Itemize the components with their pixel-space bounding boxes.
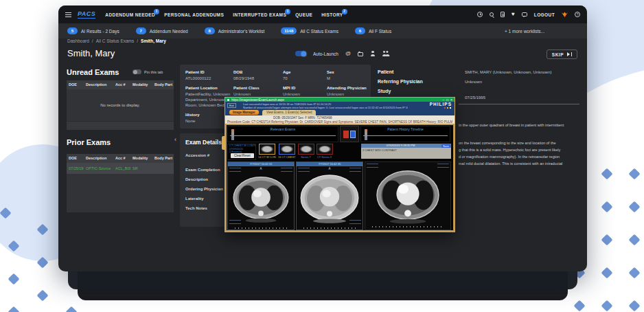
worklist-chip-ai-results[interactable]: 5 AI Results - 2 Days <box>67 27 119 34</box>
help-icon[interactable]: ? <box>575 12 580 17</box>
table-header: DOE Description Acc # Modality Body Part <box>67 80 174 89</box>
header-icons <box>444 107 452 109</box>
referring-physician-value: Unknown <box>465 80 482 84</box>
white-icon <box>450 107 452 109</box>
annotation-text <box>367 164 378 170</box>
scale-ruler <box>303 227 356 229</box>
skip-button[interactable]: SKIP <box>547 49 577 59</box>
age-value: 70 <box>283 76 325 81</box>
timeline-axis <box>363 135 448 136</box>
scale-ruler <box>235 227 287 229</box>
chip-count: 8 <box>205 27 215 34</box>
series-thumbnail[interactable]: 16 CT CHEST <box>278 144 296 159</box>
breadcrumb: Dashboard / All C Status Exams / Smith, … <box>67 38 166 43</box>
red-marker <box>343 131 349 138</box>
worklist-chip-administrators-worklist[interactable]: 8 Administrator's Worklist <box>205 27 265 34</box>
logout-button[interactable]: LOGOUT <box>534 12 555 17</box>
auto-launch-toggle[interactable] <box>295 51 306 56</box>
mpi-id-label: MPI ID <box>283 86 325 90</box>
thumbnail-image <box>298 144 314 155</box>
table-body <box>67 174 174 212</box>
collapse-panel-icon[interactable]: ‹ <box>174 136 176 143</box>
patient-label: Patient <box>378 69 393 74</box>
prior-exams-title: Prior Exams <box>67 138 111 146</box>
document-icon[interactable] <box>501 12 505 17</box>
patient-history-timeline-panel[interactable]: Patient History Timeline <box>360 126 450 142</box>
menu-item-queue[interactable]: QUEUE <box>295 12 312 17</box>
blue-marker <box>350 131 356 138</box>
menu-item-personal-addendums[interactable]: PERSONAL ADDENDUMS <box>164 12 224 17</box>
worklist-chip-all-c-status[interactable]: 1148 All C Status Exams <box>281 27 338 34</box>
save-button[interactable]: Save <box>441 144 450 148</box>
breadcrumb-dashboard[interactable]: Dashboard <box>67 38 89 43</box>
empty-state-text: No records to display. <box>67 89 174 121</box>
thumbnail-image <box>279 144 295 155</box>
annotation-text <box>281 168 292 174</box>
prior-exams-table: DOE Description Acc # Modality Body Part… <box>67 154 174 212</box>
exit-button[interactable]: Exit <box>227 103 236 108</box>
image-manager-button[interactable]: Image Manager <box>229 110 259 115</box>
prior-exam-row[interactable]: 07/25/1995 OPTIC-Source ACL_B08001 SR <box>67 163 174 174</box>
ct-axial-image <box>299 170 360 225</box>
menu-item-addendum-needed[interactable]: ADDENDUM NEEDED 1 <box>105 12 155 17</box>
annotation-text <box>298 168 310 174</box>
chip-count: 7 <box>136 27 146 34</box>
viewer-content: Relevant Exams Patient History Timeline … <box>225 124 455 232</box>
clear-reset-button[interactable]: Clear/Reset <box>231 153 254 158</box>
top-nav-bar: PACS ADDENDUM NEEDED 1 PERSONAL ADDENDUM… <box>58 5 587 23</box>
window-title: https://imageviewer/ExamLaunch.aspx <box>231 98 440 102</box>
chip-count: 1148 <box>281 27 297 34</box>
series-thumbnail[interactable]: 14 CT W CONTRAST <box>258 144 276 159</box>
scale-ruler <box>372 226 444 227</box>
menu-item-history[interactable]: HISTORY 2 <box>321 12 343 17</box>
fox-icon[interactable] <box>562 12 568 17</box>
notes-timestamp: 07/09/2020 9:18:35 PM <box>361 144 440 148</box>
group-icon[interactable] <box>382 51 390 56</box>
patient-location-label: Patient Location <box>185 86 231 90</box>
menu-badge: 1 <box>285 9 290 14</box>
report-text-line: g that this is a solid mass. Hyperechoic… <box>459 148 579 152</box>
report-text-line: on the breast corresponding to the size … <box>459 141 579 145</box>
report-text-line: in the upper outer quadrant of breast in… <box>459 123 579 127</box>
hamburger-menu-icon[interactable] <box>65 12 71 17</box>
mention-icon[interactable]: @ <box>345 51 351 56</box>
referring-physician-label: Referring Physician <box>378 79 423 84</box>
patient-id-value: ATL00000122 <box>185 76 231 81</box>
patient-demographics-line: DOB: 05/29/1947 Sex: F MRN: 717465498 <box>273 116 332 120</box>
menu-item-interrupted-exams[interactable]: INTERRUPTED EXAMS 1 <box>233 12 286 17</box>
app-logo: PACS <box>78 10 95 19</box>
heart-icon[interactable]: ♥ <box>511 12 515 17</box>
table-header: DOE Description Acc # Modality Body Part <box>67 154 174 163</box>
notes-text: 2 CHEST W/IV CONTRAST <box>361 148 451 153</box>
worklist-chip-addendum-needed[interactable]: 7 Addendum Needed <box>136 27 188 34</box>
more-worklists-link[interactable]: + 1 more worklists... <box>505 29 544 34</box>
chip-count: 5 <box>67 27 78 34</box>
search-icon[interactable] <box>490 12 494 16</box>
attending-value: Unknown <box>327 91 368 97</box>
relevant-exams-panel[interactable]: Relevant Exams <box>227 126 338 142</box>
series-thumbnail[interactable]: CT Series 3 <box>317 144 333 159</box>
worklist-chip-all-f-status[interactable]: 6 All F Status <box>355 27 391 34</box>
timeline-axis <box>230 135 336 136</box>
view-exams-tab[interactable]: View Exams, 1 Exam(s) Selected <box>262 110 316 115</box>
ct-viewport-1[interactable]: 7/7/2017 10:42:15 A <box>227 161 295 230</box>
folder-icon[interactable] <box>358 52 363 56</box>
ct-viewport-2[interactable]: 7/7/2017 10:42:35 A <box>296 161 363 230</box>
annotation-text <box>437 164 449 170</box>
series-thumbnail[interactable]: Series 7 <box>298 144 314 159</box>
breadcrumb-worklist[interactable]: All C Status Exams <box>96 38 135 43</box>
divider <box>459 104 579 104</box>
color-legend-box <box>340 126 359 142</box>
ct-viewport-3[interactable] <box>365 161 451 230</box>
yellow-icon <box>447 107 449 109</box>
clock-icon[interactable] <box>477 12 483 17</box>
top-right-actions: ♥ LOGOUT ? <box>477 12 580 17</box>
pin-tab-toggle[interactable] <box>133 69 141 74</box>
ct-axial-image <box>372 164 444 225</box>
exam-info-strip: DOB: 05/29/1947 Sex: F MRN: 717465498 Pr… <box>225 115 455 124</box>
person-icon[interactable] <box>370 51 376 56</box>
chat-icon[interactable] <box>522 12 527 16</box>
red-icon <box>444 107 446 109</box>
image-viewer-popup: https://imageviewer/ExamLaunch.aspx – □ … <box>225 97 455 232</box>
breadcrumb-current: Smith, Mary <box>141 38 166 43</box>
